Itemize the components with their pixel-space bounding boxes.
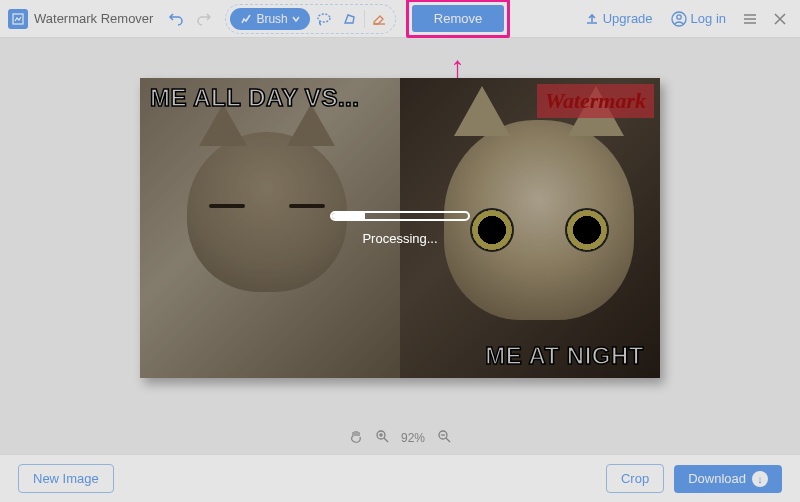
download-icon: ↓	[752, 471, 768, 487]
svg-line-6	[384, 438, 388, 442]
close-window-button[interactable]	[768, 7, 792, 31]
processing-overlay: Processing...	[140, 78, 660, 378]
download-label: Download	[688, 471, 746, 486]
upgrade-label: Upgrade	[603, 11, 653, 26]
canvas-area: ME ALL DAY VS... ME AT NIGHT Watermark P…	[0, 38, 800, 458]
crop-button[interactable]: Crop	[606, 464, 664, 493]
zoom-level-label: 92%	[401, 431, 425, 445]
processing-label: Processing...	[362, 231, 437, 246]
new-image-button[interactable]: New Image	[18, 464, 114, 493]
progress-bar	[330, 211, 470, 221]
download-button[interactable]: Download ↓	[674, 465, 782, 493]
remove-button[interactable]: Remove	[412, 5, 504, 32]
brush-tool-button[interactable]: Brush	[230, 8, 309, 30]
redo-button	[193, 8, 215, 30]
working-image[interactable]: ME ALL DAY VS... ME AT NIGHT Watermark P…	[140, 78, 660, 378]
upgrade-button[interactable]: Upgrade	[579, 11, 659, 26]
lasso-tool-button[interactable]	[312, 7, 336, 31]
app-logo-icon	[8, 9, 28, 29]
zoom-out-button[interactable]	[437, 429, 451, 446]
footer-bar: New Image Crop Download ↓	[0, 454, 800, 502]
brush-icon	[240, 13, 252, 25]
polygon-tool-button[interactable]	[338, 7, 362, 31]
tool-group: Brush	[225, 4, 395, 34]
app-title: Watermark Remover	[34, 11, 153, 26]
brush-label: Brush	[256, 12, 287, 26]
login-label: Log in	[691, 11, 726, 26]
eraser-tool-button[interactable]	[367, 7, 391, 31]
login-button[interactable]: Log in	[665, 11, 732, 27]
pan-tool-button[interactable]	[349, 429, 363, 446]
svg-point-1	[318, 14, 330, 22]
svg-line-10	[446, 438, 450, 442]
main-toolbar: Watermark Remover Brush Remove Upgrade L…	[0, 0, 800, 38]
tool-divider	[364, 10, 365, 28]
undo-button[interactable]	[165, 8, 187, 30]
menu-button[interactable]	[738, 7, 762, 31]
zoom-in-button[interactable]	[375, 429, 389, 446]
svg-point-4	[676, 14, 680, 18]
user-icon	[671, 11, 687, 27]
zoom-controls: 92%	[0, 429, 800, 446]
chevron-down-icon	[292, 15, 300, 23]
upload-icon	[585, 12, 599, 26]
